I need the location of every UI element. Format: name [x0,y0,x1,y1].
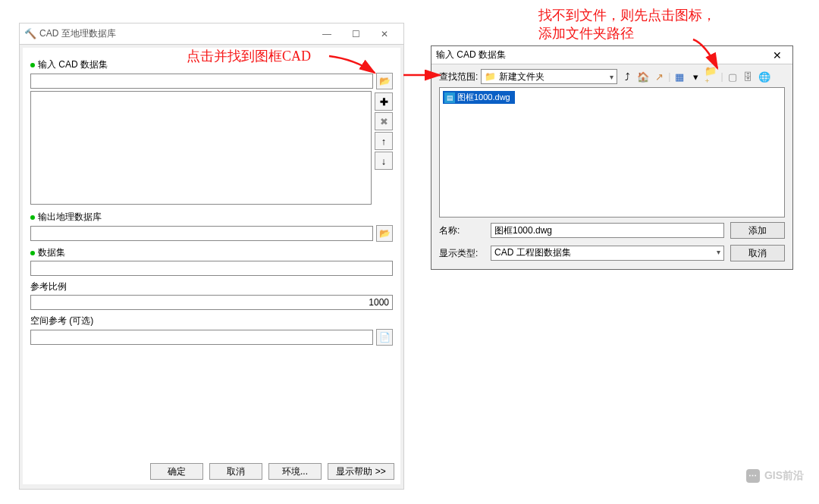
name-label: 名称: [439,224,485,237]
annotation-2b: 添加文件夹路径 [538,24,634,42]
up-folder-icon[interactable]: ⤴ [620,70,634,83]
maximize-button[interactable]: ☐ [341,25,370,43]
watermark: ⋯ GIS前沿 [746,469,804,483]
dataset-label: 数据集 [30,246,393,259]
browse-folder-icon[interactable]: 📂 [376,225,393,242]
ok-button[interactable]: 确定 [150,463,203,480]
titlebar: 输入 CAD 数据集 ✕ [431,46,792,64]
cancel-button[interactable]: 取消 [730,245,785,261]
new-folder-icon[interactable]: ▢ [726,70,739,83]
spatial-ref-field[interactable] [30,330,373,345]
spatial-ref-label: 空间参考 (可选) [30,315,393,327]
browse-folder-icon[interactable]: 📂 [376,73,393,89]
list-view-icon[interactable]: ▦ [673,70,686,83]
look-in-combo[interactable]: 📁 新建文件夹 [481,69,617,84]
scale-field[interactable] [30,295,393,310]
show-help-button[interactable]: 显示帮助 >> [328,463,394,480]
dataset-field[interactable] [30,261,393,276]
output-gdb-field[interactable] [30,226,373,241]
dialog-title: 输入 CAD 数据集 [436,49,767,61]
wechat-icon: ⋯ [746,469,760,483]
type-label: 显示类型: [439,247,485,260]
add-icon[interactable]: ✚ [375,92,393,111]
add-connection-icon[interactable]: 📁⁺ [704,70,718,83]
input-cad-dataset-dialog: 输入 CAD 数据集 ✕ 查找范围: 📁 新建文件夹 ⤴ 🏠 ↗ | ▦ ▾ 📁… [431,45,793,270]
look-in-label: 查找范围: [439,70,478,83]
add-button[interactable]: 添加 [730,222,785,239]
close-button[interactable]: ✕ [370,25,399,43]
file-list[interactable]: ▤ 图框1000.dwg [439,87,785,218]
list-item[interactable]: ▤ 图框1000.dwg [443,91,515,104]
gdb-icon[interactable]: 🗄 [742,70,755,83]
input-cad-field[interactable] [30,74,373,89]
output-gdb-label: 输出地理数据库 [30,211,393,224]
remove-icon[interactable]: ✖ [375,112,393,130]
environments-button[interactable]: 环境... [268,463,322,480]
dialog-title: CAD 至地理数据库 [39,27,312,40]
move-down-icon[interactable]: ↓ [375,152,393,170]
cancel-button[interactable]: 取消 [209,463,262,480]
close-button[interactable]: ✕ [767,49,788,61]
goto-icon[interactable]: ↗ [652,70,666,83]
cad-dataset-list[interactable] [30,91,372,205]
cad-to-geodatabase-dialog: 🔨 CAD 至地理数据库 — ☐ ✕ 输入 CAD 数据集 📂 ✚ ✖ ↑ ↓ … [19,23,404,490]
titlebar: 🔨 CAD 至地理数据库 — ☐ ✕ [20,23,403,45]
hammer-icon: 🔨 [24,28,36,39]
home-icon[interactable]: 🏠 [636,70,650,83]
name-field[interactable] [491,223,724,238]
dwg-file-icon: ▤ [444,92,455,103]
browse-spatial-ref-icon[interactable]: 📄 [376,329,393,346]
annotation-1: 点击并找到图框CAD [187,47,311,65]
move-up-icon[interactable]: ↑ [375,132,393,150]
folder-icon: 📁 [485,71,496,82]
menu-icon[interactable]: ▾ [689,70,702,83]
minimize-button[interactable]: — [312,25,341,43]
annotation-2a: 找不到文件，则先点击图标， [538,6,716,24]
server-icon[interactable]: 🌐 [758,70,771,83]
scale-label: 参考比例 [30,280,393,293]
type-combo[interactable]: CAD 工程图数据集 [491,246,724,261]
